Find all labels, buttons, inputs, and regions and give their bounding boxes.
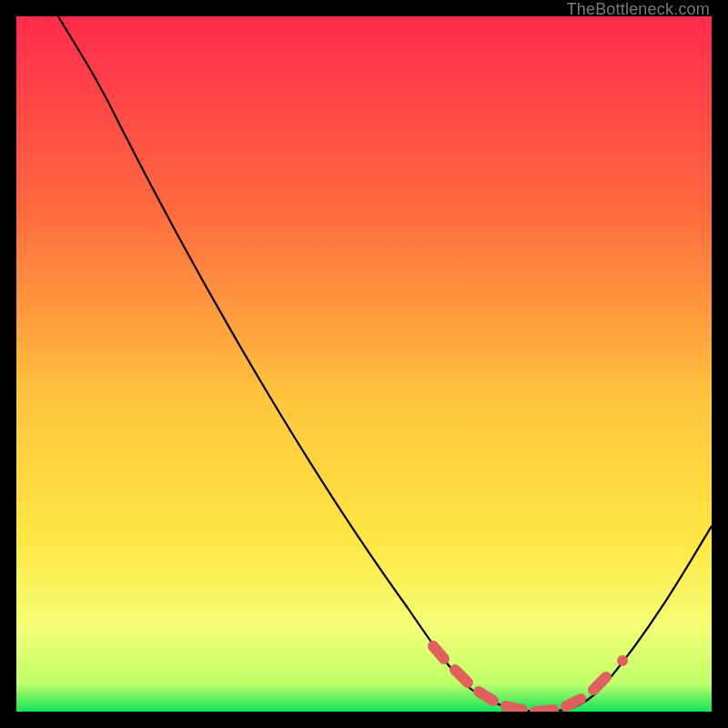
attribution-text: TheBottleneck.com xyxy=(567,0,710,19)
dash-icon xyxy=(455,670,468,682)
bottleneck-curve xyxy=(58,16,712,712)
dash-icon xyxy=(535,710,553,712)
dash-dot-icon xyxy=(617,655,628,666)
dash-icon xyxy=(479,692,493,701)
valley-dashes xyxy=(433,646,628,712)
curve-layer xyxy=(16,16,712,712)
dash-icon xyxy=(433,646,444,659)
dash-icon xyxy=(593,677,606,690)
chart-frame xyxy=(16,16,712,712)
dash-icon xyxy=(566,699,581,706)
dash-icon xyxy=(506,706,522,710)
